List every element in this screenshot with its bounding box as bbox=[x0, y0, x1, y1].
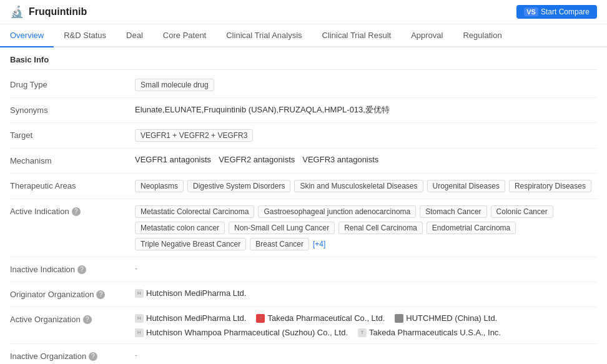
org-logo-whampoa-icon: H bbox=[135, 328, 144, 337]
ind-gastroesophageal: Gastroesophageal junction adenocarcinoma bbox=[258, 205, 416, 218]
label-synonyms: Synonyms bbox=[10, 104, 135, 115]
org-hutchison-mediph-orig: H Hutchison MediPharma Ltd. bbox=[135, 288, 246, 298]
inactive-org-value: - bbox=[135, 350, 137, 360]
row-synonyms: Synonyms Elunate,ELUNATE,Fruquintinib (U… bbox=[10, 98, 597, 123]
nav-item-regulation[interactable]: Regulation bbox=[453, 24, 511, 47]
org-name: Hutchison MediPharma Ltd. bbox=[146, 288, 246, 298]
ta-skin: Skin and Musculoskeletal Diseases bbox=[294, 180, 423, 192]
value-therapeutic-areas: Neoplasms Digestive System Disorders Ski… bbox=[135, 180, 597, 192]
label-inactive-indication: Inactive Indication ? bbox=[10, 263, 135, 274]
active-org-info-icon[interactable]: ? bbox=[83, 315, 92, 324]
nav-item-clinical-trial-result[interactable]: Clinical Trial Result bbox=[312, 24, 402, 47]
compare-button[interactable]: VS Start Compare bbox=[516, 5, 597, 19]
originator-org-info-icon[interactable]: ? bbox=[96, 290, 105, 299]
org-hutchison-mediph: H Hutchison MediPharma Ltd. bbox=[135, 313, 246, 323]
ind-metastatic-colon: Metastatic colon cancer bbox=[135, 222, 225, 234]
section-basic-info: Basic Info bbox=[10, 47, 597, 70]
ind-metastatic-colorectal: Metastatic Colorectal Carcinoma bbox=[135, 205, 254, 218]
nav-item-deal[interactable]: Deal bbox=[116, 24, 153, 47]
value-active-org: H Hutchison MediPharma Ltd. T Takeda Pha… bbox=[135, 313, 597, 337]
row-inactive-org: Inactive Organization ? - bbox=[10, 344, 597, 364]
row-mechanism: Mechanism VEGFR1 antagonists VEGFR2 anta… bbox=[10, 149, 597, 174]
mechanism-item-2: VEGFR2 antagonists bbox=[219, 155, 295, 164]
active-indication-info-icon[interactable]: ? bbox=[72, 207, 81, 216]
org-logo-takeda-usa-icon: T bbox=[358, 328, 367, 337]
synonyms-text: Elunate,ELUNATE,Fruquintinib (USAN),FRUZ… bbox=[135, 104, 390, 116]
value-inactive-org: - bbox=[135, 350, 597, 360]
header: 🔬 Fruquintinib VS Start Compare bbox=[0, 0, 607, 24]
org-takeda-usa-name: Takeda Pharmaceuticals U.S.A., Inc. bbox=[369, 328, 501, 337]
label-active-org: Active Organization ? bbox=[10, 313, 135, 324]
ind-stomach-cancer: Stomach Cancer bbox=[420, 205, 486, 218]
org-logo-hutchison-icon: H bbox=[135, 314, 144, 323]
org-takeda-usa: T Takeda Pharmaceuticals U.S.A., Inc. bbox=[358, 328, 501, 337]
value-target: VEGFR1 + VEGFR2 + VEGFR3 bbox=[135, 129, 597, 142]
org-logo-hutchmed-icon: H bbox=[395, 314, 403, 323]
label-active-indication: Active Indication ? bbox=[10, 205, 135, 216]
nav-item-overview[interactable]: Overview bbox=[0, 24, 54, 47]
row-therapeutic-areas: Therapeutic Areas Neoplasms Digestive Sy… bbox=[10, 174, 597, 199]
nav-item-clinical-trial-analysis[interactable]: Clinical Trial Analysis bbox=[216, 24, 312, 47]
label-drug-type: Drug Type bbox=[10, 79, 135, 89]
mechanism-item-3: VEGFR3 antagonists bbox=[302, 155, 378, 164]
compare-label: Start Compare bbox=[541, 7, 590, 16]
ind-nsclc: Non-Small Cell Lung Cancer bbox=[229, 222, 335, 234]
ta-urogenital: Urogenital Diseases bbox=[427, 180, 505, 192]
org-logo-takeda-icon: T bbox=[256, 314, 265, 323]
org-whampoa: H Hutchison Whampoa Pharmaceutical (Suzh… bbox=[135, 328, 348, 337]
value-synonyms: Elunate,ELUNATE,Fruquintinib (USAN),FRUZ… bbox=[135, 104, 597, 116]
value-mechanism: VEGFR1 antagonists VEGFR2 antagonists VE… bbox=[135, 155, 597, 164]
row-active-indication: Active Indication ? Metastatic Colorecta… bbox=[10, 199, 597, 257]
compare-vs-badge: VS bbox=[524, 7, 538, 16]
inactive-indication-value: - bbox=[135, 263, 137, 273]
target-tag: VEGFR1 + VEGFR2 + VEGFR3 bbox=[135, 129, 253, 142]
ta-digestive: Digestive System Disorders bbox=[187, 180, 290, 192]
value-active-indication: Metastatic Colorectal Carcinoma Gastroes… bbox=[135, 205, 597, 250]
org-takeda: T Takeda Pharmaceutical Co., Ltd. bbox=[256, 313, 385, 323]
header-left: 🔬 Fruquintinib bbox=[10, 5, 87, 19]
drug-type-tag: Small molecule drug bbox=[135, 79, 214, 91]
nav-item-rd-status[interactable]: R&D Status bbox=[54, 24, 116, 47]
ind-breast-cancer: Breast Cancer bbox=[250, 238, 309, 250]
org-hutchison-name: Hutchison MediPharma Ltd. bbox=[146, 313, 246, 323]
inactive-indication-info-icon[interactable]: ? bbox=[77, 265, 86, 274]
value-inactive-indication: - bbox=[135, 263, 597, 273]
row-active-org: Active Organization ? H Hutchison MediPh… bbox=[10, 307, 597, 344]
ta-neoplasms: Neoplasms bbox=[135, 180, 184, 192]
org-hutchmed: H HUTCHMED (China) Ltd. bbox=[395, 313, 497, 323]
row-inactive-indication: Inactive Indication ? - bbox=[10, 257, 597, 282]
value-drug-type: Small molecule drug bbox=[135, 79, 597, 91]
inactive-org-info-icon[interactable]: ? bbox=[89, 352, 97, 361]
ind-endometrial: Endometrial Carcinoma bbox=[427, 222, 516, 234]
ind-colonic-cancer: Colonic Cancer bbox=[491, 205, 553, 218]
row-target: Target VEGFR1 + VEGFR2 + VEGFR3 bbox=[10, 123, 597, 149]
nav-bar: Overview R&D Status Deal Core Patent Cli… bbox=[0, 24, 607, 47]
ind-tnbc: Triple Negative Breast Cancer bbox=[135, 238, 246, 250]
mechanism-item-1: VEGFR1 antagonists bbox=[135, 155, 211, 164]
label-mechanism: Mechanism bbox=[10, 155, 135, 165]
label-therapeutic-areas: Therapeutic Areas bbox=[10, 180, 135, 190]
value-originator-org: H Hutchison MediPharma Ltd. bbox=[135, 288, 597, 298]
nav-item-core-patent[interactable]: Core Patent bbox=[153, 24, 216, 47]
row-drug-type: Drug Type Small molecule drug bbox=[10, 72, 597, 98]
drug-icon: 🔬 bbox=[10, 5, 24, 19]
row-originator-org: Originator Organization ? H Hutchison Me… bbox=[10, 282, 597, 307]
drug-title: Fruquintinib bbox=[29, 6, 87, 17]
main-content: Basic Info Drug Type Small molecule drug… bbox=[0, 47, 607, 364]
label-target: Target bbox=[10, 129, 135, 140]
label-inactive-org: Inactive Organization ? bbox=[10, 350, 135, 361]
nav-item-approval[interactable]: Approval bbox=[401, 24, 453, 47]
ind-more[interactable]: [+4] bbox=[313, 240, 325, 248]
ind-renal-cell: Renal Cell Carcinoma bbox=[338, 222, 423, 234]
org-takeda-name: Takeda Pharmaceutical Co., Ltd. bbox=[267, 313, 385, 323]
label-originator-org: Originator Organization ? bbox=[10, 288, 135, 299]
org-whampoa-name: Hutchison Whampoa Pharmaceutical (Suzhou… bbox=[146, 328, 348, 337]
org-hutchmed-name: HUTCHMED (China) Ltd. bbox=[406, 313, 497, 323]
ta-respiratory: Respiratory Diseases bbox=[509, 180, 591, 192]
org-logo-icon: H bbox=[135, 289, 144, 298]
